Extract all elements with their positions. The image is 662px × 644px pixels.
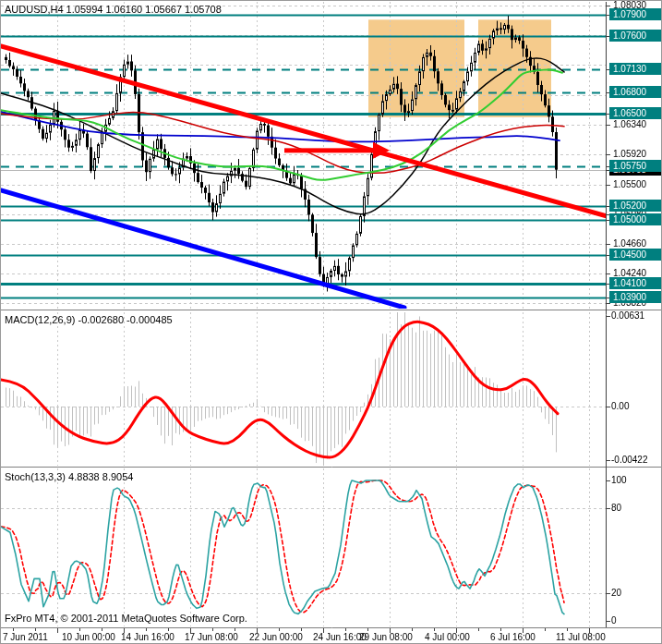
time-axis-label: 17 Jun 08:00 [185,631,238,643]
chart-title: AUDUSD,H4 1.05994 1.06160 1.05667 1.0570… [5,4,222,15]
copyright-text: FxPro MT4, © 2001-2011 MetaQuotes Softwa… [5,613,247,624]
time-axis-label: 4 Jul 00:00 [425,631,470,643]
price-axis-label: 1.04100 [609,277,662,289]
time-axis-label: 11 Jul 08:00 [556,631,606,643]
time-axis-label: 7 Jun 2011 [3,631,48,643]
price-axis-label: 1.07900 [609,8,662,20]
time-axis-label: 22 Jun 00:00 [249,631,303,643]
price-axis-label: 1.05750 [609,160,662,172]
time-axis-label: 10 Jun 00:00 [62,631,115,643]
time-axis-label: 14 Jun 16:00 [121,631,175,643]
macd-indicator-header: MACD(12,26,9) -0.002680 -0.000485 [5,314,173,325]
macd-axis-label: -0.00422 [611,454,647,466]
price-axis-label: 1.03900 [609,291,662,303]
time-axis-label: 29 Jun 08:00 [359,631,413,643]
stoch-indicator-header: Stoch(13,3,3) 4.8838 8.9054 [5,471,133,482]
macd-axis-label: 0.00631 [611,310,644,322]
price-axis-label: 1.07600 [609,30,662,42]
price-axis-label: 1.06500 [609,107,662,119]
price-axis-label: 1.05000 [609,213,662,225]
price-axis-label: 1.07130 [609,63,662,75]
time-axis-label: 6 Jul 16:00 [490,631,536,643]
price-axis-label: 1.05500 [609,178,662,190]
price-axis-label: 1.05920 [609,148,662,160]
price-axis-label: 1.06340 [609,118,662,130]
stoch-axis-label: 100 [611,474,627,486]
price-axis-label: 1.04500 [609,249,662,261]
macd-axis-label: 0.00 [611,400,629,412]
stoch-axis-label: 0 [611,614,617,626]
stoch-axis-label: 20 [611,587,621,599]
price-axis-label: 1.05200 [609,200,662,212]
stoch-axis-label: 80 [611,502,621,514]
mt4-chart-window: AUDUSD,H4 1.05994 1.06160 1.05667 1.0570… [0,0,662,644]
price-axis-label: 1.06800 [609,86,662,98]
